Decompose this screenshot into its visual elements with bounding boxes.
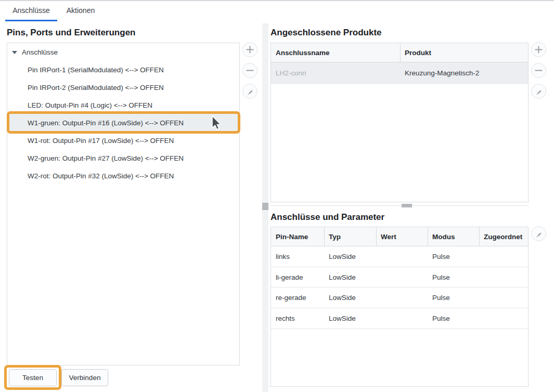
tree-root-anschluesse[interactable]: Anschlüsse xyxy=(7,43,239,61)
cell-modus: Pulse xyxy=(432,267,450,287)
verbinden-button-label: Verbinden xyxy=(69,374,101,382)
cell-modus: Pulse xyxy=(432,308,450,329)
col-pin-name: Pin-Name xyxy=(276,227,308,246)
pencil-icon xyxy=(246,87,254,96)
add-pin-button[interactable] xyxy=(242,42,257,57)
param-row-li-gerade[interactable]: li-gerade LowSide Pulse xyxy=(271,267,528,288)
vertical-splitter-handle[interactable] xyxy=(262,203,268,210)
cell-typ: LowSide xyxy=(329,288,356,308)
param-row-rechts[interactable]: rechts LowSide Pulse xyxy=(271,308,528,329)
tree-item-label: W2-gruen: Output-Pin #27 (LowSide) <--> … xyxy=(28,154,184,162)
tree-item-irport1[interactable]: Pin IRPort-1 (SerialModulated) <--> OFFE… xyxy=(7,61,239,79)
cell-modus: Pulse xyxy=(432,246,450,267)
tab-aktionen-label: Aktionen xyxy=(67,6,95,15)
horizontal-splitter[interactable] xyxy=(270,205,529,206)
cell-typ: LowSide xyxy=(329,308,356,329)
remove-pin-button[interactable] xyxy=(242,63,257,78)
tree-item-led[interactable]: LED: Output-Pin #4 (Logic) <--> OFFEN xyxy=(7,96,239,114)
col-typ: Typ xyxy=(329,227,341,246)
product-row-lh2[interactable]: LH2-conn Kreuzung-Magnetisch-2 xyxy=(271,62,528,84)
cell-pin: links xyxy=(276,246,290,267)
verbinden-button[interactable]: Verbinden xyxy=(61,369,108,386)
cell-typ: LowSide xyxy=(329,246,356,267)
tree-item-label: W1-rot: Output-Pin #17 (LowSide) <--> OF… xyxy=(28,137,174,145)
tree-item-w2-rot[interactable]: W2-rot: Output-Pin #32 (LowSide) <--> OF… xyxy=(7,167,239,185)
tab-aktionen[interactable]: Aktionen xyxy=(57,4,104,17)
edit-product-button[interactable] xyxy=(531,84,546,99)
product-name: Kreuzung-Magnetisch-2 xyxy=(405,62,479,83)
plus-icon xyxy=(246,45,254,54)
add-product-button[interactable] xyxy=(531,42,546,57)
column-divider xyxy=(376,227,377,246)
edit-parameters-button[interactable] xyxy=(531,226,546,241)
pins-tree-list[interactable]: Anschlüsse Pin IRPort-1 (SerialModulated… xyxy=(7,43,240,365)
tree-item-irport2[interactable]: Pin IRPort-2 (SerialModulated) <--> OFFE… xyxy=(7,79,239,96)
tabbar-divider xyxy=(0,0,554,1)
tree-item-w1-rot[interactable]: W1-rot: Output-Pin #17 (LowSide) <--> OF… xyxy=(7,132,239,149)
cell-modus: Pulse xyxy=(432,288,450,308)
pencil-icon xyxy=(535,230,543,238)
column-divider xyxy=(324,227,325,246)
cell-pin: li-gerade xyxy=(276,267,303,287)
cell-pin: re-gerade xyxy=(276,288,306,308)
tree-item-label: Pin IRPort-2 (SerialModulated) <--> OFFE… xyxy=(28,84,164,92)
tree-item-label: Pin IRPort-1 (SerialModulated) <--> OFFE… xyxy=(28,66,164,74)
tree-item-label: LED: Output-Pin #4 (Logic) <--> OFFEN xyxy=(28,101,152,109)
edit-pin-button[interactable] xyxy=(242,84,257,99)
pencil-icon xyxy=(535,87,543,96)
caret-down-icon[interactable] xyxy=(12,51,17,54)
horizontal-splitter-handle[interactable] xyxy=(402,204,412,207)
products-table-header: Anschlussname Produkt xyxy=(271,43,528,62)
tab-anschluesse-label: Anschlüsse xyxy=(12,6,50,15)
column-divider xyxy=(428,227,428,246)
col-anschlussname: Anschlussname xyxy=(276,43,330,62)
testen-button[interactable]: Testen xyxy=(9,369,57,386)
minus-icon xyxy=(534,66,543,75)
active-tab-indicator xyxy=(5,20,57,21)
tree-root-label: Anschlüsse xyxy=(22,48,58,56)
cell-typ: LowSide xyxy=(329,267,356,287)
cell-pin: rechts xyxy=(276,308,295,329)
tab-anschluesse[interactable]: Anschlüsse xyxy=(5,4,57,17)
products-table[interactable]: Anschlussname Produkt LH2-conn Kreuzung-… xyxy=(270,43,529,202)
parameters-table[interactable]: Pin-Name Typ Wert Modus Zugeordnet links… xyxy=(270,227,529,387)
plus-icon xyxy=(534,45,543,54)
col-wert: Wert xyxy=(381,227,396,246)
remove-product-button[interactable] xyxy=(531,63,546,78)
products-panel-title: Angeschlossene Produkte xyxy=(270,28,382,38)
testen-button-label: Testen xyxy=(22,374,43,382)
col-zugeordnet: Zugeordnet xyxy=(484,227,522,246)
col-produkt: Produkt xyxy=(405,43,431,62)
tree-item-w2-gruen[interactable]: W2-gruen: Output-Pin #27 (LowSide) <--> … xyxy=(7,149,239,167)
tree-item-label: W2-rot: Output-Pin #32 (LowSide) <--> OF… xyxy=(28,172,174,180)
column-divider xyxy=(479,227,480,246)
mouse-cursor xyxy=(211,115,223,131)
parameters-table-header: Pin-Name Typ Wert Modus Zugeordnet xyxy=(271,227,528,246)
column-divider xyxy=(400,43,401,62)
tree-item-w1-gruen[interactable]: W1-gruen: Output-Pin #16 (LowSide) <--> … xyxy=(7,114,239,132)
left-panel-title: Pins, Ports und Erweiterungen xyxy=(7,28,135,38)
product-anschlussname: LH2-conn xyxy=(276,62,306,83)
param-row-links[interactable]: links LowSide Pulse xyxy=(271,246,528,267)
tree-item-label: W1-gruen: Output-Pin #16 (LowSide) <--> … xyxy=(28,119,184,127)
minus-icon xyxy=(246,66,254,75)
col-modus: Modus xyxy=(432,227,455,246)
param-row-re-gerade[interactable]: re-gerade LowSide Pulse xyxy=(271,288,528,308)
parameters-panel-title: Anschlüsse und Parameter xyxy=(270,212,384,223)
